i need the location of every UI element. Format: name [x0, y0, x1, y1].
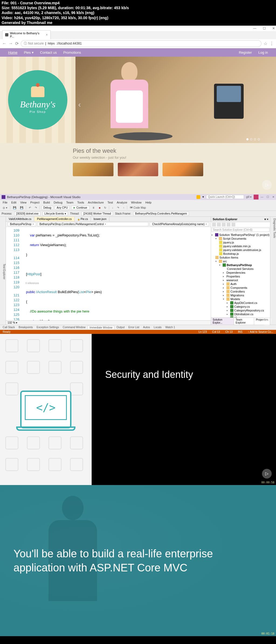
file-tab-active[interactable]: PieManagementController.cs — [34, 217, 74, 221]
restart-icon[interactable]: ↻ — [103, 206, 107, 209]
code-text[interactable]: var pieNames = _pieRepository.Pies.ToLis… — [22, 227, 211, 320]
play-button-icon[interactable] — [262, 316, 272, 326]
tool-tab[interactable]: Autos — [142, 326, 152, 329]
tool-tab[interactable]: Error List — [127, 326, 141, 329]
platform-dropdown[interactable]: Any CPU — [55, 206, 70, 210]
crumb-class[interactable]: BethanysPieShop.Controllers.PieManagemen… — [37, 222, 149, 226]
reload-button[interactable]: ⟳ — [15, 41, 19, 46]
tree-file[interactable]: jquery.js — [223, 241, 234, 244]
crumb-project[interactable]: BethanysPieShop — [8, 222, 36, 226]
panel-tab[interactable]: Team Explorer — [234, 318, 254, 325]
vs-maximize-button[interactable]: ☐ — [267, 195, 269, 198]
user-menu[interactable]: gill ▾ — [246, 195, 251, 198]
pie-thumbnail[interactable] — [163, 163, 203, 176]
refresh-icon[interactable] — [217, 223, 221, 226]
step-over-icon[interactable]: ↷ — [116, 206, 120, 209]
tree-file[interactable]: Bootstrap.js — [223, 252, 239, 255]
menu-help[interactable]: Help — [145, 201, 151, 204]
properties-icon[interactable] — [232, 223, 235, 226]
diagnostic-tools-tab[interactable]: Diagnostic Tools — [270, 217, 276, 325]
status-source-control[interactable]: ↑ Add to Source Co... — [248, 330, 274, 333]
quick-launch-input[interactable] — [206, 195, 244, 199]
menu-build[interactable]: Build — [43, 201, 50, 204]
config-dropdown[interactable]: Debug — [42, 206, 53, 210]
menu-view[interactable]: View — [20, 201, 27, 204]
stop-icon[interactable]: ■ — [98, 206, 101, 209]
tree-folder[interactable]: Controllers — [230, 290, 245, 293]
menu-tools[interactable]: Tools — [77, 201, 84, 204]
file-tab[interactable]: bower.json — [91, 217, 109, 221]
tree-item[interactable]: Dependencies — [226, 271, 245, 274]
save-all-icon[interactable]: 💾 — [19, 206, 24, 209]
menu-window[interactable]: Window — [131, 201, 142, 204]
feedback-icon[interactable] — [196, 195, 200, 199]
file-tab[interactable]: Pie.cs — [75, 217, 91, 221]
menu-team[interactable]: Team — [66, 201, 74, 204]
tool-tab[interactable]: Call Stack — [1, 326, 16, 329]
continue-button[interactable]: Continue — [71, 206, 89, 210]
tree-file[interactable]: CategoryRepository.cs — [234, 309, 264, 312]
lifecycle-dropdown[interactable]: Lifecycle Events ▾ — [43, 212, 68, 216]
tree-project[interactable]: BethanysPieShop — [227, 263, 252, 267]
nav-register[interactable]: Register — [239, 50, 252, 55]
tree-folder[interactable]: Auth — [230, 282, 237, 286]
tree-folder[interactable]: src — [223, 260, 227, 263]
save-icon[interactable]: 💾 — [12, 206, 17, 209]
tree-folder[interactable]: Script Documents — [223, 237, 246, 240]
show-all-icon[interactable] — [227, 223, 230, 226]
test-explorer-tab[interactable]: Test Explorer — [0, 217, 6, 325]
tool-tab[interactable]: Command Window — [61, 326, 87, 329]
minimize-button[interactable]: — — [253, 26, 256, 30]
nav-promotions[interactable]: Promotions — [63, 50, 81, 55]
nav-contact[interactable]: Contact us — [40, 50, 57, 55]
tree-file[interactable]: Category.cs — [234, 305, 250, 308]
security-indicator[interactable]: Not secure — [24, 41, 44, 46]
pie-thumbnail[interactable] — [118, 163, 158, 176]
menu-test[interactable]: Test — [108, 201, 113, 204]
solution-search[interactable]: Search Solution Explorer (Ctrl+$) — [212, 228, 270, 232]
tree-folder[interactable]: Components — [230, 286, 247, 289]
menu-icon[interactable]: ⋮ — [270, 41, 274, 46]
vs-minimize-button[interactable]: — — [261, 195, 263, 198]
tree-solution[interactable]: Solution 'BethanysPieShop' (1 project) — [219, 233, 270, 236]
tool-tab[interactable]: Output — [115, 326, 126, 329]
frame-dropdown[interactable]: BethanysPieShop.Controllers.PieManagem — [133, 212, 189, 216]
tab-close-icon[interactable]: × — [46, 33, 48, 37]
tree-file[interactable]: jquery.validate.unobtrusive.js — [223, 248, 261, 252]
tree-item[interactable]: Properties — [226, 275, 240, 278]
vs-close-button[interactable]: ✕ — [272, 195, 274, 198]
step-into-icon[interactable]: ↓ — [111, 206, 114, 209]
tool-tab[interactable]: Immediate Window — [88, 326, 114, 329]
panel-tab[interactable]: Solution Explor... — [211, 318, 234, 325]
crumb-method[interactable]: CheckIfPieNameAlreadyExists(string name) — [150, 222, 209, 226]
notification-icon[interactable] — [254, 195, 258, 199]
tree-item[interactable]: wwwroot — [226, 279, 238, 282]
play-button-icon[interactable] — [262, 469, 272, 479]
process-dropdown[interactable]: [30328] dotnet.exe — [14, 212, 40, 216]
browser-tab[interactable]: Welcome to Bethany's P... × — [2, 30, 51, 39]
codemap-button[interactable]: 🗺 Code Map — [129, 206, 147, 209]
collapse-icon[interactable] — [222, 223, 226, 226]
menu-file[interactable]: File — [3, 201, 8, 204]
tool-tab[interactable]: Breakpoints — [17, 326, 34, 329]
nav-home[interactable]: Home — [8, 50, 18, 55]
thread-dropdown[interactable]: [24160] Worker Thread — [81, 212, 113, 216]
tree-folder[interactable]: Models — [230, 297, 240, 301]
close-button[interactable]: ✕ — [272, 26, 275, 30]
url-input[interactable]: Not secure | https://localhost:44381 — [21, 40, 261, 47]
tree-file[interactable]: AppDbContext.cs — [234, 301, 257, 304]
undo-icon[interactable]: ↶ — [28, 206, 32, 209]
panel-menu-icon[interactable]: ▾ × — [264, 218, 268, 221]
tool-tab[interactable]: Watch 1 — [164, 326, 177, 329]
carousel-dots[interactable] — [246, 138, 260, 140]
home-icon[interactable] — [212, 223, 216, 226]
play-button-icon[interactable] — [262, 180, 272, 190]
bookmark-icon[interactable]: ☆ — [264, 41, 267, 46]
tree-folder[interactable]: Migrations — [230, 294, 244, 297]
menu-edit[interactable]: Edit — [11, 201, 16, 204]
carousel-prev-icon[interactable]: ‹ — [78, 100, 81, 109]
forward-button[interactable]: → — [9, 41, 13, 46]
tree-file[interactable]: DbInitializer.cs — [234, 313, 253, 316]
file-tab[interactable]: ValidUrlAttribute.cs — [6, 217, 34, 221]
code-editor[interactable]: 1091101111121131141151161171181191201211… — [6, 227, 211, 320]
